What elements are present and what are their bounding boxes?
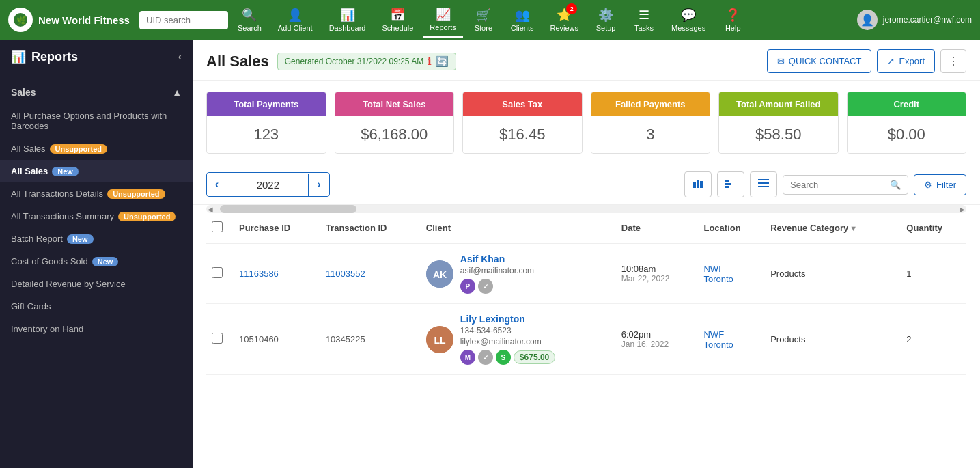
- user-account[interactable]: 👤 jerome.cartier@nwf.com: [857, 10, 972, 30]
- sidebar-item-barcodes-label: All Purchase Options and Products with B…: [11, 111, 182, 131]
- client-name[interactable]: Asif Khan: [460, 253, 534, 264]
- transaction-id-link[interactable]: 11003552: [326, 269, 365, 279]
- row-checkbox[interactable]: [212, 267, 223, 278]
- horizontal-scrollbar[interactable]: ◀ ▶: [206, 205, 966, 213]
- sidebar-item-batch-report[interactable]: Batch Report New: [0, 228, 193, 250]
- stat-header-failed-payments: Failed Payments: [591, 92, 710, 116]
- nav-item-store[interactable]: 🛒 Store: [466, 3, 501, 36]
- app-logo: 🌿 New World Fitness: [8, 8, 131, 32]
- nav-item-messages[interactable]: 💬 Messages: [664, 3, 712, 36]
- more-options-button[interactable]: ⋮: [940, 49, 966, 73]
- year-prev-button[interactable]: ‹: [207, 173, 227, 196]
- main-layout: 📊 Reports ‹ Sales ▲ All Purchase Options…: [0, 40, 980, 468]
- store-icon: 🛒: [476, 8, 491, 23]
- nav-item-reviews[interactable]: ⭐2 Reviews: [543, 3, 585, 36]
- location-sub-link[interactable]: Toronto: [703, 274, 759, 284]
- stat-card-failed-payments: Failed Payments 3: [591, 92, 711, 154]
- bar-chart-button[interactable]: [684, 171, 712, 197]
- toolbar: ‹ 2022 › 🔍 ⚙: [193, 165, 980, 205]
- sidebar-item-all-transactions-summary[interactable]: All Transactions Summary Unsupported: [0, 205, 193, 228]
- sidebar-item-all-sales-unsupported[interactable]: All Sales Unsupported: [0, 137, 193, 160]
- page-header: All Sales Generated October 31/2022 09:2…: [193, 40, 980, 81]
- svg-text:AK: AK: [433, 269, 447, 279]
- reviews-icon: ⭐2: [557, 8, 572, 23]
- nav-item-clients[interactable]: 👥 Clients: [504, 3, 541, 36]
- col-header-purchase-id: Purchase ID: [234, 213, 320, 243]
- page-header-actions: ✉ QUICK CONTACT ↗ Export ⋮: [767, 49, 966, 73]
- sidebar-item-all-transactions-details[interactable]: All Transactions Details Unsupported: [0, 182, 193, 205]
- sidebar-item-barcodes[interactable]: All Purchase Options and Products with B…: [0, 105, 193, 137]
- client-name[interactable]: Lily Lexington: [460, 314, 555, 325]
- location-link[interactable]: NWF: [703, 264, 759, 274]
- table-search-input[interactable]: [790, 180, 886, 190]
- location-cell: NWF Toronto: [698, 243, 765, 304]
- stat-header-total-payments: Total Payments: [207, 92, 326, 116]
- sidebar-item-gift-cards[interactable]: Gift Cards: [0, 295, 193, 318]
- sidebar-title: Reports: [31, 50, 78, 64]
- sidebar-item-label: All Transactions Details: [11, 189, 103, 199]
- nav-item-help[interactable]: ❓ Help: [715, 3, 751, 36]
- sidebar-item-cost-of-goods[interactable]: Cost of Goods Sold New: [0, 250, 193, 273]
- sidebar-collapse-button[interactable]: ‹: [178, 51, 182, 63]
- help-icon: ❓: [725, 8, 740, 23]
- uid-search-input[interactable]: [139, 11, 228, 29]
- list-view-button[interactable]: [750, 171, 777, 197]
- nav-item-dashboard[interactable]: 📊 Dashboard: [322, 3, 373, 36]
- row-checkbox[interactable]: [212, 333, 223, 344]
- sidebar-item-all-sales-new[interactable]: All Sales New: [0, 160, 193, 182]
- transaction-id-cell: 11003552: [320, 243, 421, 304]
- quantity: 1: [906, 269, 911, 279]
- col-header-quantity: Quantity: [901, 213, 966, 243]
- sidebar-item-label: All Sales: [11, 143, 46, 154]
- search-icon: 🔍: [242, 8, 257, 23]
- view-controls: 🔍 ⚙ Filter: [684, 171, 966, 197]
- location-sub-link[interactable]: Toronto: [703, 340, 759, 350]
- scrollbar-thumb: [220, 205, 356, 213]
- client-cell: LL Lily Lexington 134-534-6523 lilylex@m…: [421, 304, 616, 375]
- sidebar-item-inventory[interactable]: Inventory on Hand: [0, 318, 193, 340]
- sidebar-item-detailed-revenue[interactable]: Detailed Revenue by Service: [0, 273, 193, 295]
- purchase-id-cell: 10510460: [234, 304, 320, 375]
- new-badge: New: [52, 167, 79, 176]
- sidebar-item-label: Batch Report: [11, 234, 63, 244]
- avatar: AK: [426, 260, 453, 288]
- bar-chart-icon: [692, 177, 704, 189]
- nav-item-add-client[interactable]: 👤 Add Client: [271, 3, 320, 36]
- svg-rect-5: [725, 180, 729, 182]
- sales-section-header[interactable]: Sales ▲: [0, 80, 193, 105]
- clients-icon: 👥: [515, 8, 530, 23]
- nav-item-search[interactable]: 🔍 Search: [231, 3, 268, 36]
- select-all-checkbox[interactable]: [212, 221, 223, 232]
- date-day: Mar 22, 2022: [621, 274, 693, 284]
- nav-item-setup[interactable]: ⚙️ Setup: [588, 3, 624, 36]
- data-table-container: Purchase ID Transaction ID Client Date L…: [193, 213, 980, 375]
- nav-item-schedule[interactable]: 📅 Schedule: [375, 3, 420, 36]
- client-badges: M ✓ S $675.00: [460, 350, 555, 365]
- column-chart-button[interactable]: [717, 171, 744, 197]
- row-checkbox-cell: [206, 243, 234, 304]
- location-link[interactable]: NWF: [703, 329, 759, 340]
- scroll-right-arrow[interactable]: ▶: [960, 206, 965, 213]
- sidebar-item-label: Cost of Goods Sold: [11, 256, 88, 266]
- year-navigation: ‹ 2022 ›: [206, 172, 330, 197]
- unsupported-badge: Unsupported: [50, 144, 107, 154]
- purchase-id-link[interactable]: 11163586: [239, 269, 279, 279]
- top-navigation: 🌿 New World Fitness 🔍 Search 👤 Add Clien…: [0, 0, 980, 40]
- quick-contact-button[interactable]: ✉ QUICK CONTACT: [767, 49, 872, 73]
- info-icon: ℹ: [428, 55, 432, 68]
- nav-item-tasks[interactable]: ☰ Tasks: [626, 3, 662, 36]
- generated-badge: Generated October 31/2022 09:25 AM ℹ 🔄: [277, 53, 456, 70]
- svg-rect-4: [700, 181, 703, 188]
- filter-button[interactable]: ⚙ Filter: [914, 174, 966, 195]
- nav-item-reports[interactable]: 📈 Reports: [423, 3, 463, 38]
- client-info-container: LL Lily Lexington 134-534-6523 lilylex@m…: [426, 314, 611, 365]
- client-email: lilylex@mailinator.com: [460, 337, 555, 346]
- client-details: Asif Khan asif@mailinator.com P ✓: [460, 253, 534, 294]
- scroll-left-arrow[interactable]: ◀: [208, 206, 213, 213]
- date-day: Jan 16, 2022: [621, 340, 693, 349]
- refresh-icon[interactable]: 🔄: [436, 55, 449, 68]
- stat-value-total-payments: 123: [207, 116, 326, 153]
- date-cell: 6:02pm Jan 16, 2022: [616, 304, 699, 375]
- year-next-button[interactable]: ›: [309, 173, 328, 196]
- export-button[interactable]: ↗ Export: [877, 49, 935, 73]
